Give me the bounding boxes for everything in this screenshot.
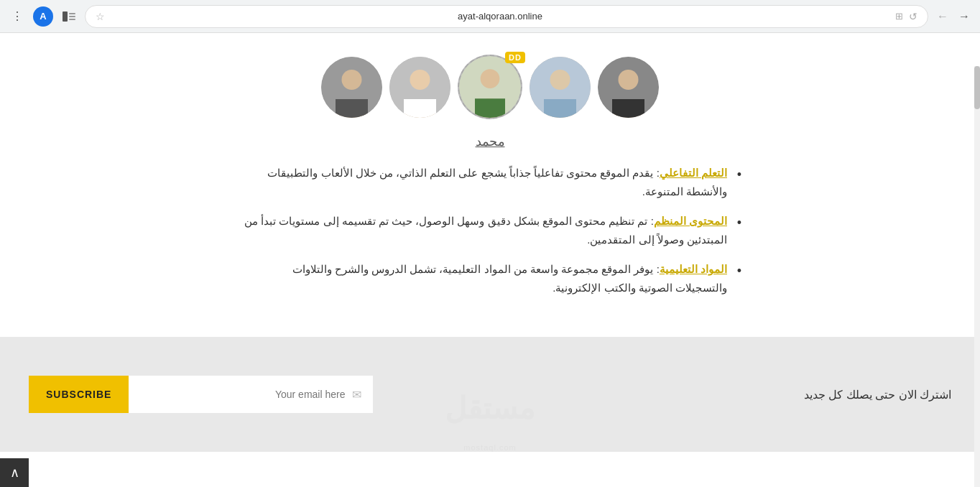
scroll-to-top-button[interactable]: ∧	[0, 458, 29, 487]
feature-item-1: التعلم التفاعلي: يقدم الموقع محتوى تفاعل…	[239, 164, 741, 200]
email-input[interactable]	[140, 389, 345, 400]
extensions-icon: ⊞	[895, 11, 903, 22]
user-avatar[interactable]: A	[33, 6, 53, 27]
avatar-row: DD	[321, 55, 659, 119]
svg-rect-2	[69, 16, 75, 17]
svg-rect-15	[475, 98, 505, 118]
top-section: DD	[0, 33, 980, 337]
person-name: محمد	[476, 134, 505, 149]
watermark: مستقل mostaql.com	[425, 379, 555, 452]
subscribe-title-section: اشترك الان حتى يصلك كل جديد	[804, 388, 951, 402]
subscribe-button[interactable]: SUBSCRIBE	[29, 376, 129, 413]
forward-button[interactable]: →	[956, 9, 973, 24]
feature-title-3: المواد التعليمية	[660, 263, 727, 275]
avatar-item-5	[598, 57, 659, 118]
subscribe-section: SUBSCRIBE ✉ اشترك الان حتى يصلك كل جديد …	[0, 337, 980, 452]
menu-button[interactable]: ⋮	[7, 6, 27, 27]
feature-title-1: التعلم التفاعلي	[660, 167, 727, 179]
url-text: ayat-alqoraan.online	[111, 11, 889, 22]
svg-rect-1	[69, 13, 75, 14]
avatar-item-4	[530, 57, 591, 118]
page-content: DD	[0, 33, 980, 487]
browser-nav-controls: ← →	[934, 9, 973, 24]
avatar-badge: DD	[505, 52, 525, 63]
subscribe-title: اشترك الان حتى يصلك كل جديد	[804, 388, 951, 402]
avatar-circle-1	[321, 57, 382, 118]
address-bar[interactable]: ☆ ayat-alqoraan.online ⊞ ↺	[85, 5, 928, 28]
avatar-item-2	[389, 57, 450, 118]
feature-item-3: المواد التعليمية: يوفر الموقع مجموعة واس…	[239, 260, 741, 297]
svg-point-5	[342, 70, 362, 90]
svg-point-21	[619, 70, 639, 90]
email-icon: ✉	[352, 388, 361, 402]
email-input-wrapper: ✉	[129, 376, 373, 413]
svg-rect-3	[69, 19, 75, 20]
svg-rect-23	[612, 99, 644, 118]
svg-text:مستقل: مستقل	[445, 391, 535, 425]
feature-list: التعلم التفاعلي: يقدم الموقع محتوى تفاعل…	[210, 164, 770, 308]
feature-text-1: : يقدم الموقع محتوى تفاعلياً جذاباً يشجع…	[267, 167, 727, 198]
avatar-circle-4	[530, 57, 591, 118]
browser-chrome: ⋮ A ☆ ayat-alqoraan.online ⊞ ↺ ← →	[0, 0, 980, 33]
feature-item-2: المحتوى المنظم: تم تنظيم محتوى الموقع بش…	[239, 212, 741, 249]
watermark-logo: مستقل	[425, 379, 555, 443]
back-button[interactable]: ←	[934, 9, 951, 24]
svg-rect-11	[404, 99, 436, 118]
subscribe-form: SUBSCRIBE ✉	[29, 376, 373, 413]
watermark-url: mostaql.com	[425, 443, 555, 452]
avatar-item-3[interactable]: DD	[458, 55, 522, 119]
avatar-item-1	[321, 57, 382, 118]
feature-title-2: المحتوى المنظم	[654, 215, 727, 227]
avatar-circle-2	[389, 57, 450, 118]
sidebar-toggle[interactable]	[59, 6, 79, 27]
bookmark-icon: ☆	[96, 11, 105, 22]
svg-point-17	[550, 70, 570, 90]
avatar-circle-5	[598, 57, 659, 118]
svg-point-9	[410, 70, 430, 90]
scrollbar-thumb[interactable]	[974, 66, 980, 109]
scroll-up-icon: ∧	[10, 465, 19, 481]
svg-rect-7	[336, 99, 368, 118]
svg-rect-19	[544, 99, 576, 118]
scrollbar[interactable]	[974, 66, 980, 487]
refresh-icon[interactable]: ↺	[909, 11, 917, 22]
avatar-circle-3	[458, 55, 522, 119]
svg-rect-0	[63, 11, 68, 22]
svg-point-13	[481, 69, 500, 88]
